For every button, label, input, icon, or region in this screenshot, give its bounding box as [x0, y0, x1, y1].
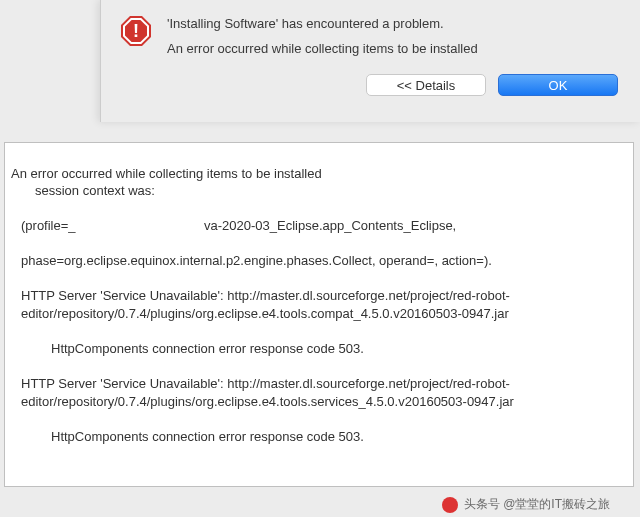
error-dialog: ! 'Installing Software' has encountered …	[100, 0, 640, 122]
error-icon: !	[119, 14, 153, 48]
error-details-text: An error occurred while collecting items…	[5, 143, 633, 484]
detail-line: HTTP Server 'Service Unavailable': http:…	[11, 375, 627, 410]
detail-line: session context was:	[11, 182, 627, 200]
detail-line: (profile=_ va-2020-03_Eclipse.app_Conten…	[11, 217, 627, 235]
details-button[interactable]: << Details	[366, 74, 486, 96]
detail-line: phase=org.eclipse.equinox.internal.p2.en…	[11, 252, 627, 270]
watermark-text: 头条号 @堂堂的IT搬砖之旅	[464, 496, 610, 513]
watermark: 头条号 @堂堂的IT搬砖之旅	[442, 496, 610, 513]
watermark-icon	[442, 497, 458, 513]
dialog-header: ! 'Installing Software' has encountered …	[101, 0, 640, 60]
dialog-title: 'Installing Software' has encountered a …	[167, 16, 622, 31]
redacted-text	[168, 221, 204, 233]
error-details-panel: An error occurred while collecting items…	[4, 142, 634, 487]
redacted-text	[76, 221, 154, 233]
detail-line: HttpComponents connection error response…	[11, 428, 627, 446]
detail-line: HttpComponents connection error response…	[11, 340, 627, 358]
detail-line: HTTP Server 'Service Unavailable': http:…	[11, 287, 627, 322]
detail-line: An error occurred while collecting items…	[11, 166, 322, 181]
dialog-subtitle: An error occurred while collecting items…	[167, 41, 622, 56]
ok-button[interactable]: OK	[498, 74, 618, 96]
dialog-button-row: << Details OK	[101, 60, 640, 110]
dialog-messages: 'Installing Software' has encountered a …	[167, 14, 622, 56]
